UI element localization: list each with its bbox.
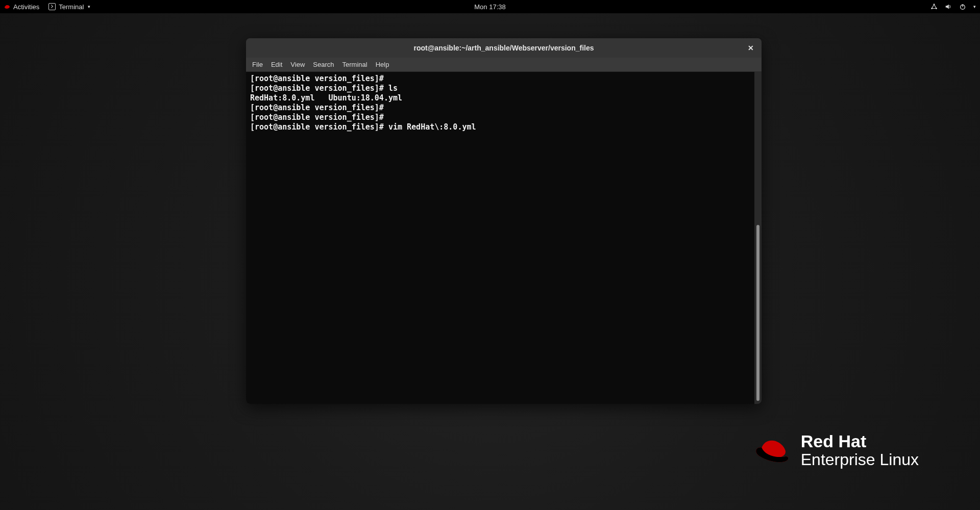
activities-label: Activities (13, 3, 39, 11)
system-tray[interactable]: ▾ (930, 3, 976, 10)
window-titlebar[interactable]: root@ansible:~/arth_ansible/Webserver/ve… (246, 38, 762, 58)
window-menubar: File Edit View Search Terminal Help (246, 58, 762, 72)
topbar-left: Activities Terminal ▾ (4, 3, 90, 11)
activities-button[interactable]: Activities (4, 3, 39, 11)
terminal-viewport[interactable]: [root@ansible version_files]# [root@ansi… (246, 72, 762, 404)
network-icon (930, 3, 938, 10)
scrollbar-thumb[interactable] (756, 225, 760, 401)
clock-label: Mon 17:38 (474, 3, 505, 11)
gnome-topbar: Activities Terminal ▾ Mon 17:38 ▾ (0, 0, 980, 13)
terminal-scrollbar[interactable] (754, 72, 762, 404)
clock-button[interactable]: Mon 17:38 (474, 3, 505, 11)
menu-edit[interactable]: Edit (271, 61, 282, 68)
app-menu-label: Terminal (59, 3, 84, 11)
chevron-down-icon: ▾ (973, 4, 976, 9)
terminal-window: root@ansible:~/arth_ansible/Webserver/ve… (246, 38, 762, 404)
redhat-corner-icon (4, 4, 10, 10)
terminal-icon (48, 3, 56, 10)
close-icon: ✕ (748, 44, 754, 52)
window-title: root@ansible:~/arth_ansible/Webserver/ve… (413, 44, 594, 52)
app-menu-button[interactable]: Terminal ▾ (48, 3, 90, 11)
brand-line1: Red Hat (801, 432, 919, 450)
redhat-logo-icon (754, 438, 790, 464)
power-icon (959, 3, 966, 10)
redhat-branding: Red Hat Enterprise Linux (754, 432, 919, 469)
menu-terminal[interactable]: Terminal (342, 61, 368, 68)
menu-view[interactable]: View (290, 61, 305, 68)
menu-file[interactable]: File (252, 61, 263, 68)
menu-help[interactable]: Help (376, 61, 389, 68)
volume-icon (945, 3, 952, 10)
redhat-logo-text: Red Hat Enterprise Linux (801, 432, 919, 469)
brand-line2: Enterprise Linux (801, 450, 919, 469)
chevron-down-icon: ▾ (88, 4, 90, 9)
window-close-button[interactable]: ✕ (745, 42, 756, 54)
terminal-text: [root@ansible version_files]# [root@ansi… (246, 72, 754, 404)
menu-search[interactable]: Search (313, 61, 334, 68)
